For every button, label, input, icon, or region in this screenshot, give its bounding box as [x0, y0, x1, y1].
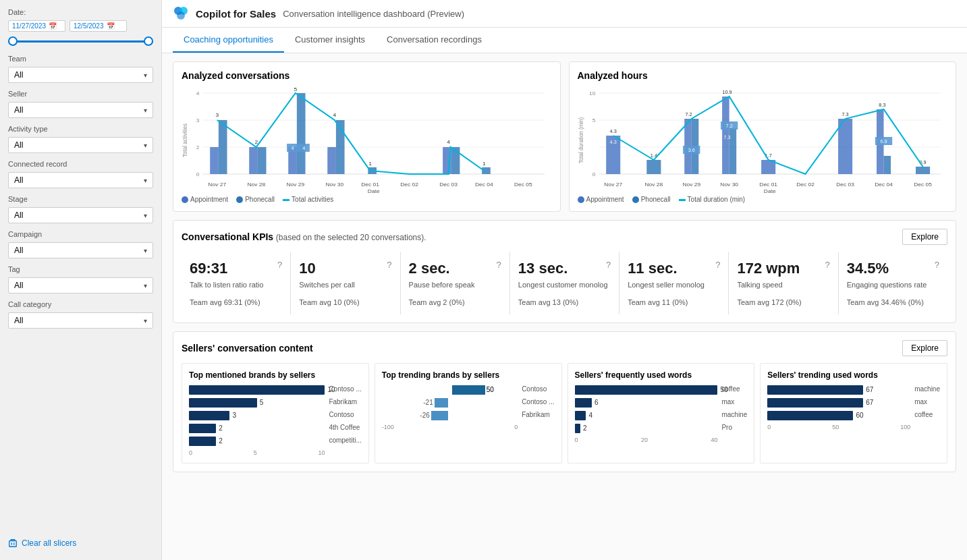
calendar-icon-end[interactable]: 📅 — [107, 22, 115, 30]
svg-text:7.3: 7.3 — [841, 111, 848, 117]
analyzed-hours-title: Analyzed hours — [578, 70, 948, 81]
tab-coaching-opportunities[interactable]: Coaching opportunities — [173, 28, 284, 53]
svg-text:Nov 27: Nov 27 — [208, 181, 226, 188]
range-handle-left[interactable] — [8, 36, 18, 46]
svg-text:8.3: 8.3 — [879, 102, 885, 108]
kpi-explore-button[interactable]: Explore — [902, 229, 947, 245]
kpi-label-pause: Pause before speak — [409, 280, 501, 289]
range-handle-right[interactable] — [144, 36, 153, 46]
team-label: Team — [8, 55, 153, 63]
date-label: Date: — [8, 8, 153, 16]
svg-text:Date: Date — [368, 188, 380, 194]
help-icon[interactable]: ? — [935, 260, 939, 270]
help-icon[interactable]: ? — [825, 260, 829, 270]
help-icon[interactable]: ? — [277, 260, 282, 270]
legend-appt: Appointment — [578, 196, 624, 203]
svg-rect-77 — [883, 156, 891, 174]
calendar-icon[interactable]: 📅 — [49, 22, 57, 30]
trending-word-bars: 67 67 60 0 5 — [767, 385, 910, 430]
svg-text:Date: Date — [763, 188, 775, 194]
svg-text:3: 3 — [215, 112, 219, 118]
tag-filter: Tag All ▾ — [8, 265, 153, 293]
bar-fill — [575, 411, 586, 420]
svg-text:Nov 28: Nov 28 — [644, 181, 663, 188]
seller-select[interactable]: All ▾ — [8, 102, 153, 118]
bar-fill — [575, 398, 592, 408]
conv-explore-button[interactable]: Explore — [902, 340, 947, 356]
bar-row: 67 — [767, 398, 910, 408]
help-icon[interactable]: ? — [606, 260, 611, 270]
svg-text:3: 3 — [196, 117, 200, 123]
date-start-input[interactable]: 11/27/2023 📅 — [8, 20, 65, 32]
analyzed-conversations-card: Analyzed conversations Total activities … — [173, 61, 561, 212]
date-start-value: 11/27/2023 — [12, 22, 46, 30]
tab-customer-insights[interactable]: Customer insights — [284, 28, 376, 53]
help-icon[interactable]: ? — [715, 260, 720, 270]
frequent-word-labels: coffee max machine Pro — [721, 385, 747, 431]
tab-conversation-recordings[interactable]: Conversation recordings — [376, 28, 493, 53]
svg-text:4: 4 — [302, 145, 305, 151]
legend-phonecall: Phonecall — [236, 196, 275, 203]
team-select[interactable]: All ▾ — [8, 67, 153, 83]
app-header: Copilot for Sales Conversation intellige… — [162, 0, 967, 28]
tag-label: Tag — [8, 265, 153, 273]
call-category-select[interactable]: All ▾ — [8, 312, 153, 329]
svg-text:Nov 30: Nov 30 — [325, 181, 343, 188]
hours-svg: Total duration (min) 10 5 0 4.3 4.3 — [578, 86, 948, 194]
stage-select[interactable]: All ▾ — [8, 207, 153, 223]
trending-word-name-labels: machine max coffee — [914, 385, 940, 418]
chevron-down-icon: ▾ — [144, 317, 147, 325]
bar-row: 10 — [189, 385, 325, 395]
svg-text:4: 4 — [333, 112, 336, 118]
svg-rect-22 — [297, 93, 306, 174]
trending-words-title: Sellers' trending used words — [767, 370, 940, 380]
seller-label: Seller — [8, 90, 153, 98]
campaign-filter: Campaign All ▾ — [8, 230, 153, 258]
tag-select[interactable]: All ▾ — [8, 277, 153, 293]
activity-label: Activity type — [8, 125, 153, 133]
analyzed-conversations-title: Analyzed conversations — [182, 70, 552, 81]
trending-brands-card: Top trending brands by sellers 50 — [375, 363, 562, 464]
svg-rect-59 — [646, 160, 661, 174]
content-area: Analyzed conversations Total activities … — [162, 53, 967, 560]
activity-select[interactable]: All ▾ — [8, 137, 153, 153]
svg-rect-74 — [838, 119, 852, 174]
bar-row: 50 — [575, 385, 718, 395]
kpi-label-talk: Talk to listen ratio ratio — [190, 280, 282, 289]
svg-text:5: 5 — [592, 117, 595, 123]
campaign-select[interactable]: All ▾ — [8, 242, 153, 258]
svg-text:Nov 30: Nov 30 — [720, 181, 738, 188]
date-end-value: 12/5/2023 — [74, 22, 104, 30]
bar-row: -26 — [382, 411, 518, 420]
frequent-words-title: Sellers' frequently used words — [575, 370, 748, 380]
svg-text:Dec 03: Dec 03 — [439, 181, 458, 188]
clear-slicers-button[interactable]: Clear all slicers — [8, 534, 153, 552]
kpi-pause: 2 sec. ? Pause before speak Team avg 2 (… — [401, 252, 509, 314]
bar-fill — [189, 398, 257, 408]
trending-brands-title: Top trending brands by sellers — [382, 370, 555, 380]
date-range-slider[interactable] — [8, 34, 153, 48]
bar-row: 2 — [189, 424, 325, 433]
svg-text:1: 1 — [368, 161, 372, 167]
bar-fill — [431, 411, 449, 420]
kpi-customer-monolog: 13 sec. ? Longest customer monolog Team … — [510, 252, 619, 314]
bar-fill — [767, 385, 863, 395]
top-mentioned-brands-card: Top mentioned brands by sellers 10 5 — [182, 363, 369, 464]
kpi-header: Conversational KPIs (based on the select… — [182, 229, 947, 245]
svg-text:Dec 05: Dec 05 — [914, 181, 932, 188]
help-icon[interactable]: ? — [497, 260, 501, 270]
connected-select[interactable]: All ▾ — [8, 172, 153, 188]
date-end-input[interactable]: 12/5/2023 📅 — [70, 20, 127, 32]
bar-row: 4 — [575, 411, 718, 420]
kpi-talk-listen: 69:31 ? Talk to listen ratio ratio Team … — [182, 252, 290, 314]
kpi-switches: 10 ? Switches per call Team avg 10 (0%) — [291, 252, 399, 314]
svg-text:Dec 03: Dec 03 — [836, 181, 854, 188]
sidebar: Date: 11/27/2023 📅 12/5/2023 📅 Team All … — [0, 0, 162, 560]
chevron-down-icon: ▾ — [144, 72, 147, 79]
top-mentioned-bars: 10 5 3 2 — [189, 385, 325, 456]
stage-filter: Stage All ▾ — [8, 195, 153, 223]
svg-text:7.2: 7.2 — [685, 111, 692, 117]
app-logo — [173, 5, 189, 22]
help-icon[interactable]: ? — [387, 260, 391, 270]
svg-text:Dec 02: Dec 02 — [796, 181, 814, 188]
